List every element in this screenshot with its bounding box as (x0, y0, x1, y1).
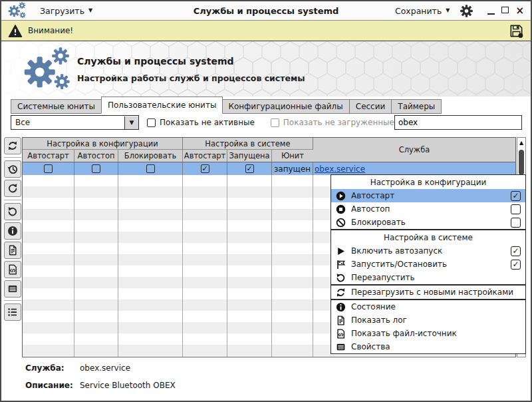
status-button[interactable] (4, 222, 21, 240)
menu-item-start-stop[interactable]: Запустить/Остановить ✓ (331, 258, 525, 271)
show-unloaded-label: Показать не загруженные (283, 118, 394, 127)
menu-item-autostop[interactable]: Автостоп (331, 202, 525, 216)
warning-bar: Внимание! (1, 21, 531, 41)
tab-user-units[interactable]: Пользовательские юниты (101, 97, 223, 114)
menu-checkbox-unchecked[interactable] (511, 218, 521, 228)
banner-title: Службы и процессы systemd (77, 56, 233, 67)
header-unit: Юнит (272, 150, 313, 162)
settings-gear-icon[interactable] (460, 5, 473, 17)
tab-bar: Системные юниты Пользовательские юниты К… (11, 97, 442, 114)
unit-filter-select[interactable]: Все ▼ (11, 115, 139, 130)
refresh-icon (7, 140, 18, 151)
context-menu: Настройка в конфигурации Автостарт ✓ Авт… (331, 174, 526, 354)
restart-button[interactable] (4, 203, 21, 220)
show-inactive-label: Показать не активные (160, 118, 255, 127)
toolbar-separator (4, 300, 21, 301)
dropdown-arrow-icon[interactable]: ▼ (124, 116, 138, 129)
app-window: Загрузить ▼ Службы и процессы systemd Со… (0, 0, 532, 402)
close-button[interactable]: × (515, 6, 524, 16)
row-unit-status: запущен (272, 162, 313, 175)
menu-item-label: Автостарт (351, 191, 506, 200)
menu-item-enable-autostart[interactable]: Включить автозапуск ✓ (331, 244, 525, 258)
tab-timers[interactable]: Таймеры (392, 99, 442, 114)
search-input[interactable] (394, 115, 522, 130)
source-file-icon (335, 329, 346, 339)
menu-item-reload[interactable]: Перезагрузить с новыми настройками (331, 286, 525, 299)
header-system-running: Запущена (227, 150, 272, 162)
service-label: Служба: (25, 363, 80, 373)
load-menu-button[interactable]: Загрузить ▼ (40, 6, 92, 16)
menu-item-label: Показать файл-источник (351, 329, 521, 338)
row-system-autostart-checkbox[interactable]: ✓ (201, 164, 209, 173)
menu-checkbox-checked[interactable]: ✓ (511, 191, 521, 201)
menu-item-show-source[interactable]: Показать файл-источник (331, 327, 525, 340)
menu-checkbox-unchecked[interactable] (511, 204, 521, 214)
save-file-button[interactable] (509, 23, 524, 39)
menu-item-label: Свойства (351, 342, 521, 351)
row-config-autostop-checkbox[interactable] (92, 164, 100, 173)
maximize-button[interactable] (501, 7, 509, 13)
menu-item-label: Показать лог (351, 315, 521, 325)
menu-item-autostart[interactable]: Автостарт ✓ (331, 189, 525, 202)
header-banner: Службы и процессы systemd Настройка рабо… (1, 41, 531, 97)
scrollbar-thumb[interactable] (519, 150, 524, 175)
header-system-group: Настройка в системе (183, 138, 313, 150)
service-link[interactable]: obex.service (315, 164, 365, 174)
description-label: Описание: (25, 381, 80, 390)
save-menu-label: Сохранить (395, 6, 442, 16)
menu-item-label: Автостоп (351, 204, 506, 214)
tab-system-units[interactable]: Системные юниты (11, 99, 102, 114)
tab-sessions[interactable]: Сессии (350, 99, 392, 114)
info-icon (335, 302, 346, 312)
stop-circle-icon (335, 204, 346, 214)
toolbar-separator (4, 200, 21, 200)
save-menu-button[interactable]: Сохранить ▼ (395, 6, 450, 16)
menu-item-status[interactable]: Состояние (331, 300, 525, 313)
warning-text: Внимание! (28, 26, 73, 35)
list-view-button[interactable] (4, 303, 21, 321)
redo-button[interactable] (4, 180, 21, 197)
menu-item-show-log[interactable]: Показать лог (331, 313, 525, 327)
minimize-button[interactable] (487, 7, 495, 15)
header-service-column: Служба (313, 138, 515, 162)
show-source-button[interactable] (4, 261, 21, 278)
play-icon (335, 246, 346, 256)
table-row[interactable]: ✓ ✓ запущен obex.service (23, 162, 515, 175)
window-controls: × (487, 6, 524, 16)
header-config-autostart: Автостарт (23, 150, 74, 162)
show-inactive-checkbox[interactable] (147, 118, 156, 127)
flag-icon (335, 260, 346, 270)
refresh-button[interactable] (4, 137, 21, 154)
source-file-icon (7, 264, 18, 275)
show-unloaded-checkbox (271, 118, 279, 127)
menu-item-block[interactable]: Блокировать (331, 216, 525, 229)
menu-checkbox-checked[interactable]: ✓ (511, 260, 521, 270)
history-clock-icon (7, 164, 18, 174)
document-icon (7, 245, 18, 256)
show-log-button[interactable] (4, 242, 21, 259)
bullet-list-icon (7, 307, 18, 317)
header-config-group: Настройка в конфигурации (23, 138, 183, 150)
row-system-running-checkbox[interactable]: ✓ (245, 164, 254, 173)
details-panel: Служба: obex.service Описание: Service B… (25, 363, 176, 390)
menu-section-system-header: Настройка в системе (331, 230, 525, 244)
chevron-down-icon: ▼ (88, 8, 92, 13)
menu-item-restart[interactable]: Перезапустить (331, 271, 525, 284)
unit-filter-value: Все (15, 118, 30, 127)
row-config-block-checkbox[interactable] (146, 164, 155, 173)
history-button[interactable] (4, 160, 21, 178)
menu-section-config-header: Настройка в конфигурации (331, 175, 525, 189)
header-config-autostop: Автостоп (74, 150, 118, 162)
menu-checkbox-checked[interactable]: ✓ (511, 246, 521, 256)
menu-item-label: Состояние (351, 302, 521, 311)
tab-config-files[interactable]: Конфигурационные файлы (222, 99, 349, 114)
row-config-autostart-checkbox[interactable] (44, 164, 53, 173)
app-logo-icon (8, 2, 27, 19)
app-logo-large-icon (17, 47, 77, 91)
menu-item-label: Запустить/Остановить (351, 260, 506, 269)
header-system-autostart: Автостарт (183, 150, 227, 162)
scroll-up-arrow-icon[interactable]: ▲ (517, 138, 525, 147)
menu-item-properties[interactable]: Свойства (331, 340, 525, 353)
title-bar: Загрузить ▼ Службы и процессы systemd Со… (1, 1, 531, 21)
properties-button[interactable] (4, 280, 21, 298)
